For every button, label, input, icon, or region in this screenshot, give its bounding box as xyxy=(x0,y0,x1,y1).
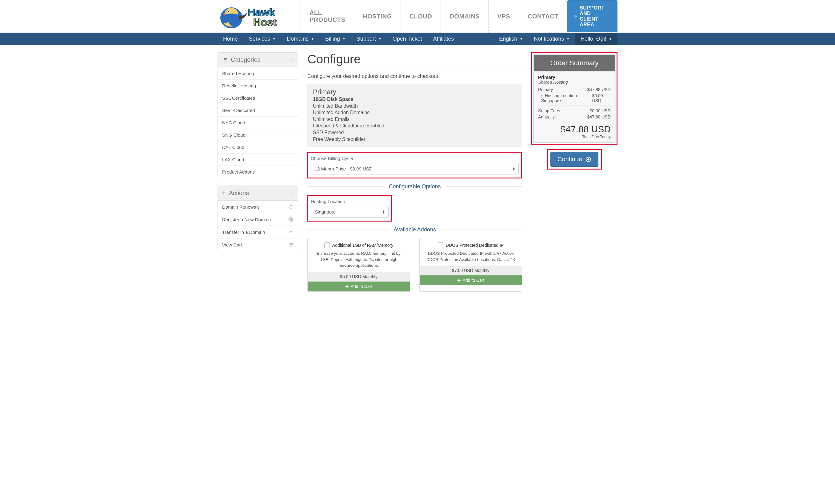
lifebuoy-icon xyxy=(574,13,576,19)
actions-title: Actions xyxy=(229,189,249,197)
product-feature: Litespeed & CloudLinux Enabled xyxy=(313,122,516,129)
billing-cycle-value: 12 Month Price - $3.99 USD xyxy=(315,166,372,172)
topnav-all-products[interactable]: ALL PRODUCTS xyxy=(301,0,354,33)
svg-point-2 xyxy=(228,11,229,12)
addon-btn-label: Add to Cart xyxy=(351,284,372,289)
share-icon xyxy=(288,229,293,235)
addon-checkbox[interactable] xyxy=(438,242,443,248)
topnav-contact[interactable]: CONTACT xyxy=(519,0,567,33)
product-feature: Free Weebly Sitebuilder xyxy=(313,136,516,143)
subnav-user-label: Hello, Đại! xyxy=(581,35,606,42)
addon-checkbox[interactable] xyxy=(324,242,330,248)
hosting-location-select[interactable]: Singapore ▴▾ xyxy=(311,206,389,218)
action-register-domain[interactable]: Register a New Domain xyxy=(218,213,298,226)
topnav-hosting[interactable]: HOSTING xyxy=(354,0,401,33)
chevron-down-icon: ▼ xyxy=(311,37,314,41)
order-line-value: $47.88 USD xyxy=(587,87,611,92)
subnav-language-label: English xyxy=(499,36,517,42)
subnav-affiliates[interactable]: Affiliates xyxy=(428,33,460,45)
topnav-cloud[interactable]: CLOUD xyxy=(401,0,441,33)
plus-icon: + xyxy=(222,189,226,197)
chevron-down-icon: ▼ xyxy=(520,37,523,41)
continue-highlight: Continue xyxy=(547,149,602,169)
sidebar-item-nyc-cloud[interactable]: NYC Cloud xyxy=(218,117,298,129)
order-summary-card: Order Summary Primary Shared Hosting Pri… xyxy=(533,55,615,142)
subnav-services[interactable]: Services▼ xyxy=(243,33,281,45)
select-arrows-icon: ▴▾ xyxy=(383,210,385,214)
topnav-domains[interactable]: DOMAINS xyxy=(441,0,488,33)
sidebar-item-reseller-hosting[interactable]: Reseller Hosting xyxy=(218,80,298,92)
available-addons-divider: Available Addons xyxy=(307,226,522,233)
actions-header[interactable]: + Actions ︿ xyxy=(218,186,298,201)
sidebar-item-shared-hosting[interactable]: Shared Hosting xyxy=(218,67,298,80)
categories-title: Categories xyxy=(231,56,261,63)
continue-button[interactable]: Continue xyxy=(550,152,598,167)
order-fee-label: Annually: xyxy=(538,115,556,119)
hosting-location-label: Hosting Location xyxy=(311,199,389,204)
product-name: Primary xyxy=(313,88,516,96)
chevron-down-icon: ▼ xyxy=(609,37,612,41)
add-to-cart-button[interactable]: ✚ Add to Cart xyxy=(308,282,410,291)
hosting-location-value: Singapore xyxy=(315,209,336,215)
billing-cycle-section: Choose Billing Cycle 12 Month Price - $3… xyxy=(307,152,522,179)
sidebar-item-sng-cloud[interactable]: SNG Cloud xyxy=(218,129,298,141)
subnav-billing-label: Billing xyxy=(325,36,340,42)
logo[interactable]: Hawk Host xyxy=(218,2,285,31)
subnav-support[interactable]: Support▼ xyxy=(351,33,387,45)
subnav-open-ticket[interactable]: Open Ticket xyxy=(387,33,428,45)
action-transfer-domain[interactable]: Transfer in a Domain xyxy=(218,226,298,239)
subnav-domains[interactable]: Domains▼ xyxy=(281,33,320,45)
subnav-support-label: Support xyxy=(357,36,376,42)
action-label: View Cart xyxy=(222,242,242,247)
action-domain-renewals[interactable]: Domain Renewals xyxy=(218,201,298,213)
chevron-up-icon: ︿ xyxy=(289,190,293,196)
continue-label: Continue xyxy=(557,156,582,163)
sidebar-item-product-addons[interactable]: Product Addons xyxy=(218,166,298,178)
order-line-label: » Hosting Location: Singapore xyxy=(538,93,592,103)
svg-text:Host: Host xyxy=(253,16,277,28)
addon-card-ram: Additional 1GB of RAM/Memory Increase yo… xyxy=(307,238,410,292)
subnav-language[interactable]: English▼ xyxy=(493,33,528,45)
product-feature: SSD Powered xyxy=(313,129,516,136)
addon-price: $7.00 USD Monthly xyxy=(420,265,522,275)
order-summary-title: Order Summary xyxy=(534,55,615,72)
sidebar-item-semi-dedicated[interactable]: Semi-Dedicated xyxy=(218,104,298,117)
order-line-label: Primary xyxy=(538,87,553,92)
add-to-cart-button[interactable]: ✚ Add to Cart xyxy=(420,275,522,285)
billing-cycle-select[interactable]: 12 Month Price - $3.99 USD ▴▾ xyxy=(311,163,519,175)
subnav-home[interactable]: Home xyxy=(218,33,243,45)
subnav-user-menu[interactable]: Hello, Đại!▼ xyxy=(575,33,617,45)
sidebar: Categories ︿ Shared Hosting Reseller Hos… xyxy=(218,52,298,259)
order-line-value: $0.00 USD xyxy=(592,93,611,103)
actions-panel: + Actions ︿ Domain Renewals Register a N… xyxy=(218,185,298,251)
product-feature: Unlimited Bandwidth xyxy=(313,103,516,109)
cart-icon xyxy=(222,56,228,63)
support-client-area-button[interactable]: SUPPORT AND CLIENT AREA xyxy=(567,0,617,32)
sidebar-item-lax-cloud[interactable]: LAX Cloud xyxy=(218,154,298,166)
categories-header[interactable]: Categories ︿ xyxy=(218,53,298,67)
top-nav: Hawk Host ALL PRODUCTS HOSTING CLOUD DOM… xyxy=(215,0,620,33)
billing-cycle-label: Choose Billing Cycle xyxy=(311,156,519,161)
plus-icon: ✚ xyxy=(345,284,349,289)
action-label: Transfer in a Domain xyxy=(222,229,265,235)
order-fee-value: $0.00 USD xyxy=(590,108,611,113)
action-label: Domain Renewals xyxy=(222,204,260,209)
subnav-billing[interactable]: Billing▼ xyxy=(320,33,351,45)
addon-description: Increase your accounts RAM/memory limit … xyxy=(313,250,404,269)
configurable-options-divider: Configurable Options xyxy=(307,183,522,190)
addons-row: Additional 1GB of RAM/Memory Increase yo… xyxy=(307,238,522,292)
sidebar-item-dal-cloud[interactable]: DAL Cloud xyxy=(218,141,298,154)
plus-icon: ✚ xyxy=(457,278,461,283)
order-due-label: Total Due Today xyxy=(538,135,611,139)
hosting-location-section: Hosting Location Singapore ▴▾ xyxy=(307,195,392,222)
topnav-vps[interactable]: VPS xyxy=(488,0,519,33)
chevron-down-icon: ▼ xyxy=(342,37,346,41)
sidebar-item-ssl-certificates[interactable]: SSL Certificates xyxy=(218,92,298,104)
page-title: Configure xyxy=(307,52,522,69)
subnav-notifications[interactable]: Notifications▼ xyxy=(528,33,575,45)
action-view-cart[interactable]: View Cart xyxy=(218,239,298,251)
page-subtitle: Configure your desired options and conti… xyxy=(307,73,522,79)
addon-title: DDOS Protected Dedicated IP xyxy=(446,243,504,248)
refresh-icon xyxy=(288,204,293,209)
addon-price: $5.00 USD Monthly xyxy=(308,272,410,282)
